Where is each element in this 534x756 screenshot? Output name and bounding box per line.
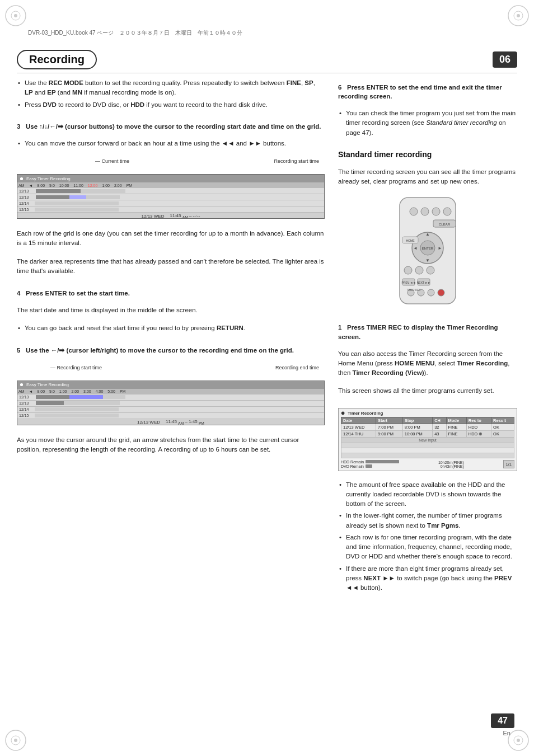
annotation-rec-start: — Recording start time (50, 365, 102, 370)
std-timer-title: Standard timer recording (338, 150, 517, 159)
timer-table-title: ⏺ Timer Recording (341, 411, 514, 416)
col-ch: CH (433, 417, 446, 424)
remain-block: HDD Remain DVD Remain (341, 460, 399, 468)
grid1-rows: 12/13 12/13 12/14 12 (17, 188, 324, 213)
right-section1-text2: This screen shows all the timer programs… (338, 386, 517, 396)
para-cursor-arrow: As you move the cursor around the grid, … (17, 435, 325, 455)
svg-point-11 (517, 739, 520, 742)
new-input-cell: New Input (341, 437, 514, 443)
annotation-rec-start-time: Recording start time (274, 158, 319, 164)
svg-point-16 (443, 208, 451, 215)
intro-bullets: Use the REC MODE button to set the recor… (17, 78, 325, 112)
grid2-row-1213-1: 12/13 (17, 395, 324, 401)
section3-heading: 3 Use ↑/↓/←/➡ (cursor buttons) to move t… (17, 122, 325, 131)
col-mode: Mode (446, 417, 466, 424)
grid2-row-1215: 12/15 (17, 413, 324, 419)
cell-mode: FINE (446, 430, 466, 437)
dvd-remain-label: DVD Remain (341, 464, 364, 468)
timer-row-new-input: New Input (341, 437, 514, 443)
cell-start: 9:00 PM (376, 430, 402, 437)
col-recto: Rec to (466, 417, 491, 424)
section6-bullets: You can check the timer program you just… (338, 109, 517, 140)
grid2-screen: ⏺ Easy Time Recording AM ◄ 8:00 9:0 1:00… (17, 381, 325, 425)
hdd-remain-time: 10h20m(FINE) (438, 461, 464, 464)
corner-decoration-tl (4, 4, 27, 27)
svg-point-8 (14, 739, 17, 742)
grid1-screen: ⏺ Easy Timer Recording AM ◄ 8:00 9:0 10:… (17, 174, 325, 219)
svg-point-29 (415, 266, 423, 274)
grid1-annotations: — Current time Recording start time (62, 158, 325, 174)
grid1-annotated: — Current time Recording start time ⏺ Ea… (17, 158, 325, 219)
timer-row-2: 12/14 THU 9:00 PM 10:00 PM 43 FINE HDD ⊕… (341, 430, 514, 437)
light-block (103, 395, 125, 399)
right-column: 6 Press ENTER to set the end time and ex… (338, 78, 517, 711)
para-dark-area: The darker area represents time that has… (17, 257, 325, 276)
cell-recto: HDD ⊕ (466, 430, 491, 437)
timer-table: Date Start Stop CH Mode Rec to Result 12… (341, 417, 514, 458)
header-divider (17, 73, 517, 73)
remote-control-sketch: CLEAR ENTER ▲ ▼ ◄ ► HOME PR (388, 195, 467, 308)
grid2-annotations: — Recording start time Recording end tim… (50, 365, 325, 381)
svg-text:►: ► (438, 246, 442, 251)
timer-table-container: ⏺ Timer Recording Date Start Stop CH Mod… (338, 408, 517, 471)
main-content: Use the REC MODE button to set the recor… (17, 78, 517, 711)
light-block (35, 201, 119, 205)
right-bullets: The amount of free space available on th… (338, 480, 517, 595)
cell-stop: 10:00 PM (402, 430, 432, 437)
annotation-rec-end: Recording end time (275, 365, 319, 370)
svg-text:HOME: HOME (406, 239, 415, 242)
grid1-title: Easy Timer Recording (26, 176, 71, 181)
grid2-header: ⏺ Easy Time Recording (17, 381, 324, 389)
dark-block (36, 195, 69, 199)
bullet-dvd-hdd: Press DVD to record to DVD disc, or HDD … (17, 100, 325, 110)
light-block (35, 414, 119, 417)
col-stop: Stop (402, 417, 432, 424)
section6-bullet: You can check the timer program you just… (338, 109, 517, 138)
grid2-rows: 12/13 12/13 12/14 12 (17, 395, 324, 419)
cell-date: 12/13 WED (341, 424, 376, 430)
section6-heading: 6 Press ENTER to set the end time and ex… (338, 83, 517, 101)
corner-decoration-bl (4, 729, 27, 752)
chapter-badge: 06 (493, 51, 517, 68)
svg-point-30 (427, 266, 434, 274)
grid1-time-row: AM ◄ 8:00 9:0 10:00 11:00 12:00 1:00 2:0… (17, 182, 324, 188)
light-block (35, 407, 119, 411)
section3-bullets: You can move the cursor forward or back … (17, 139, 325, 151)
svg-point-13 (410, 208, 418, 215)
remote-svg: CLEAR ENTER ▲ ▼ ◄ ► HOME PR (388, 195, 467, 307)
col-date: Date (341, 417, 376, 424)
title-box: Recording (17, 50, 97, 69)
section4-text: The start date and time is displayed in … (17, 306, 325, 315)
svg-point-14 (421, 208, 429, 215)
grid2-title: Easy Time Recording (26, 382, 69, 387)
grid1-header: ⏺ Easy Timer Recording (17, 175, 324, 182)
svg-point-15 (432, 208, 440, 215)
right-bullet-3: Each row is for one timer recording prog… (338, 533, 517, 562)
grid-row-1214: 12/14 (17, 200, 324, 206)
grid2-icon: ⏺ (20, 382, 24, 387)
remain-times: 10h20m(FINE) 0h43m(FINE) (438, 461, 464, 468)
annotation-current-time: — Current time (95, 158, 129, 164)
cell-start: 7:00 PM (376, 424, 402, 430)
selected-block (69, 195, 86, 199)
grid1-bottom-display: 12/13 WED 11:45 AM – --:-- (17, 213, 324, 219)
dark-block (36, 189, 81, 193)
corner-decoration-br (507, 729, 530, 752)
std-timer-intro: The timer recording screen you can see a… (338, 167, 517, 187)
grid2-time-row: AM ◄ 8:00 9:0 1:00 2:00 3:00 4:00 5:00 P… (17, 389, 324, 395)
hdd-remain-bar (366, 460, 399, 463)
corner-decoration-tr (507, 4, 530, 27)
timer-bottom-bar: HDD Remain DVD Remain 10h20m(FINE) 0h43m… (341, 460, 514, 468)
cell-recto: HDD (466, 424, 491, 430)
light-block (81, 189, 125, 193)
grid2-bottom-display: 12/13 WED 11:45 AM – 1:45 PM (17, 419, 324, 425)
right-bullet-1: The amount of free space available on th… (338, 480, 517, 509)
svg-text:▲: ▲ (425, 232, 430, 237)
file-info: DVR-03_HDD_KU.book 47 ページ ２００３年８月７日 木曜日 … (28, 29, 242, 37)
svg-point-2 (14, 14, 17, 17)
svg-text:◄: ◄ (413, 246, 418, 251)
svg-point-37 (428, 289, 434, 296)
left-column: Use the REC MODE button to set the recor… (17, 78, 325, 711)
light-block (35, 208, 119, 212)
grid2-annotated: — Recording start time Recording end tim… (17, 365, 325, 425)
